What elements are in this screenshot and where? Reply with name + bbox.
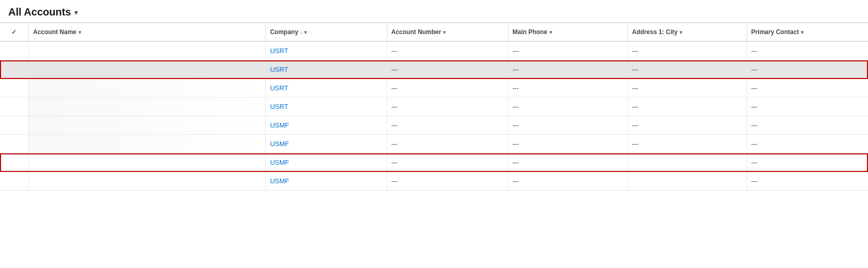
table-row[interactable]: USRT------------	[0, 79, 868, 98]
accounts-table: ✓ Account Name ▾ Company ↓ ▾	[0, 23, 868, 191]
cell-company[interactable]: USRT	[265, 60, 387, 79]
cell-check	[0, 116, 28, 135]
cell-primary-contact: ---	[747, 135, 868, 153]
cell-address-city	[628, 172, 747, 191]
cell-company[interactable]: USMF	[265, 172, 387, 191]
cell-primary-contact: ---	[747, 60, 868, 79]
cell-account-name	[28, 116, 265, 135]
col-check[interactable]: ✓	[0, 23, 28, 42]
cell-address-city: ---	[628, 79, 747, 98]
table-row[interactable]: USMF------------	[0, 116, 868, 135]
cell-main-phone: ---	[508, 116, 628, 135]
cell-main-phone: ---	[508, 60, 628, 79]
company-link[interactable]: USMF	[270, 177, 289, 185]
cell-company[interactable]: USRT	[265, 41, 387, 60]
col-account-number[interactable]: Account Number ▾	[387, 23, 508, 42]
cell-address-city: ---	[628, 135, 747, 153]
col-main-phone-label: Main Phone	[513, 28, 547, 36]
accounts-table-container: ✓ Account Name ▾ Company ↓ ▾	[0, 23, 868, 191]
cell-company[interactable]: USRT	[265, 98, 387, 116]
cell-address-city: ---	[628, 60, 747, 79]
cell-account-name	[28, 172, 265, 191]
table-row[interactable]: USMF---------	[0, 172, 868, 191]
cell-main-phone: ---	[508, 41, 628, 60]
col-address-city-sort-icon: ▾	[680, 29, 682, 35]
col-address-city[interactable]: Address 1: City ▾	[628, 23, 747, 42]
cell-account-name	[28, 79, 265, 98]
col-primary-contact-label: Primary Contact	[751, 28, 799, 36]
cell-account-name	[28, 153, 265, 172]
cell-primary-contact: ---	[747, 98, 868, 116]
cell-address-city: ---	[628, 116, 747, 135]
cell-account-name	[28, 60, 265, 79]
col-address-city-label: Address 1: City	[632, 28, 677, 36]
cell-account-name	[28, 98, 265, 116]
cell-account-name	[28, 41, 265, 60]
page-header: All Accounts ▾	[0, 0, 868, 23]
cell-primary-contact: ---	[747, 116, 868, 135]
cell-check	[0, 172, 28, 191]
cell-check	[0, 41, 28, 60]
cell-main-phone: ---	[508, 135, 628, 153]
company-link[interactable]: USRT	[270, 66, 288, 73]
table-row[interactable]: USRT------------	[0, 60, 868, 79]
cell-account-name	[28, 135, 265, 153]
cell-account-number: ---	[387, 135, 508, 153]
col-primary-contact[interactable]: Primary Contact ▾	[747, 23, 868, 42]
table-row[interactable]: USRT------------	[0, 98, 868, 116]
cell-address-city: ---	[628, 41, 747, 60]
cell-company[interactable]: USMF	[265, 153, 387, 172]
cell-company[interactable]: USMF	[265, 116, 387, 135]
cell-main-phone: ---	[508, 79, 628, 98]
col-account-number-sort-icon: ▾	[443, 29, 446, 35]
page-title: All Accounts	[8, 6, 71, 18]
company-link[interactable]: USRT	[270, 103, 288, 111]
cell-check	[0, 98, 28, 116]
cell-main-phone: ---	[508, 98, 628, 116]
col-account-name-sort-icon: ▾	[78, 29, 81, 35]
cell-check	[0, 135, 28, 153]
col-account-number-label: Account Number	[391, 28, 441, 36]
col-company-label: Company	[270, 28, 298, 36]
table-body: USRT------------USRT------------USRT----…	[0, 41, 868, 191]
cell-address-city	[628, 153, 747, 172]
table-row[interactable]: USRT------------	[0, 41, 868, 60]
col-account-name[interactable]: Account Name ▾	[28, 23, 265, 42]
table-row[interactable]: USMF------------	[0, 135, 868, 153]
cell-account-number: ---	[387, 41, 508, 60]
col-main-phone-sort-icon: ▾	[549, 29, 552, 35]
company-link[interactable]: USMF	[270, 140, 289, 148]
cell-account-number: ---	[387, 116, 508, 135]
cell-check	[0, 60, 28, 79]
cell-company[interactable]: USRT	[265, 79, 387, 98]
check-icon: ✓	[11, 28, 17, 36]
company-link[interactable]: USRT	[270, 47, 288, 55]
cell-primary-contact: ---	[747, 172, 868, 191]
col-main-phone[interactable]: Main Phone ▾	[508, 23, 628, 42]
cell-account-number: ---	[387, 60, 508, 79]
cell-check	[0, 153, 28, 172]
page-container: All Accounts ▾ ✓	[0, 0, 868, 268]
table-row[interactable]: USMF---------	[0, 153, 868, 172]
company-link[interactable]: USMF	[270, 121, 289, 129]
company-link[interactable]: USRT	[270, 84, 288, 92]
cell-account-number: ---	[387, 153, 508, 172]
cell-account-number: ---	[387, 79, 508, 98]
col-company-sort-icon: ↓ ▾	[301, 29, 307, 35]
header-chevron-icon[interactable]: ▾	[74, 8, 78, 17]
cell-account-number: ---	[387, 98, 508, 116]
cell-check	[0, 79, 28, 98]
cell-primary-contact: ---	[747, 41, 868, 60]
company-link[interactable]: USMF	[270, 159, 289, 166]
col-company[interactable]: Company ↓ ▾	[265, 23, 387, 42]
cell-main-phone: ---	[508, 172, 628, 191]
cell-company[interactable]: USMF	[265, 135, 387, 153]
cell-primary-contact: ---	[747, 79, 868, 98]
cell-address-city: ---	[628, 98, 747, 116]
col-primary-contact-sort-icon: ▾	[801, 29, 803, 35]
cell-primary-contact: ---	[747, 153, 868, 172]
cell-main-phone: ---	[508, 153, 628, 172]
table-header-row: ✓ Account Name ▾ Company ↓ ▾	[0, 23, 868, 42]
col-account-name-label: Account Name	[33, 28, 76, 36]
cell-account-number: ---	[387, 172, 508, 191]
